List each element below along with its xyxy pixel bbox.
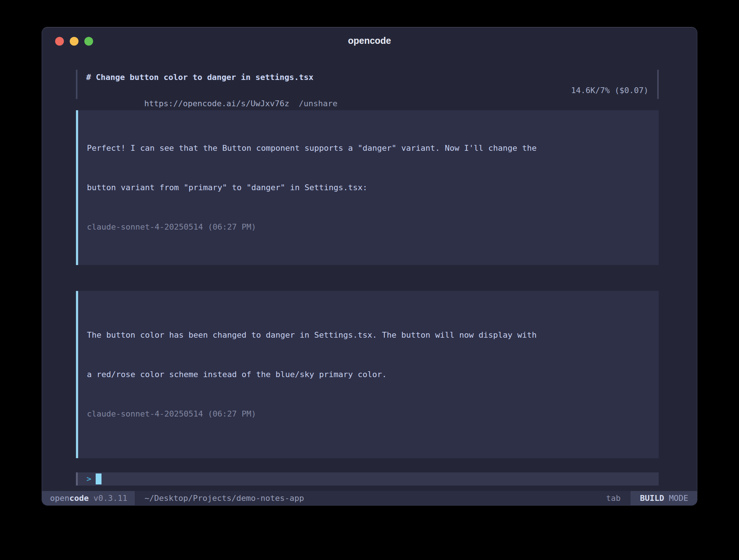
unshare-command[interactable]: /unshare [299,99,337,108]
app-name: open [50,494,69,503]
app-version: v0.3.11 [93,494,127,503]
message-meta: claude-sonnet-4-20250514 (06:27 PM) [87,407,650,421]
message-meta: claude-sonnet-4-20250514 (06:27 PM) [87,220,650,234]
share-header: # Change button color to danger in setti… [76,70,659,99]
chat-input[interactable]: > [76,472,659,486]
zoom-window-button[interactable] [84,37,93,46]
assistant-message: Perfect! I can see that the Button compo… [76,110,659,265]
text-cursor [96,473,102,484]
app-version-segment: opencode v0.3.11 [42,491,135,505]
assistant-message: The button color has been changed to dan… [76,291,659,458]
tab-key-hint: tab [606,494,621,503]
minimize-window-button[interactable] [70,37,79,46]
session-title: # Change button color to danger in setti… [86,71,314,84]
opencode-window: opencode # Change button color to danger… [42,27,697,506]
working-directory: ~/Desktop/Projects/demo-notes-app [145,494,304,503]
message-line: Perfect! I can see that the Button compo… [87,142,650,155]
screen: opencode # Change button color to danger… [0,0,739,560]
token-usage-stats: 14.6K/7% ($0.07) [571,84,648,97]
message-line: button variant from "primary" to "danger… [87,181,650,194]
window-title: opencode [348,35,391,46]
titlebar: opencode [42,27,697,54]
traffic-lights [55,37,93,46]
session-content: # Change button color to danger in setti… [42,54,697,491]
statusbar: opencode v0.3.11 ~/Desktop/Projects/demo… [42,491,697,505]
prompt-caret: > [87,472,91,486]
message-line: a red/rose color scheme instead of the b… [87,368,650,381]
message-line: The button color has been changed to dan… [87,329,650,342]
share-url-link[interactable]: https://opencode.ai/s/UwJxv76z [144,99,289,108]
close-window-button[interactable] [55,37,64,46]
mode-toggle[interactable]: BUILD MODE [631,491,697,505]
